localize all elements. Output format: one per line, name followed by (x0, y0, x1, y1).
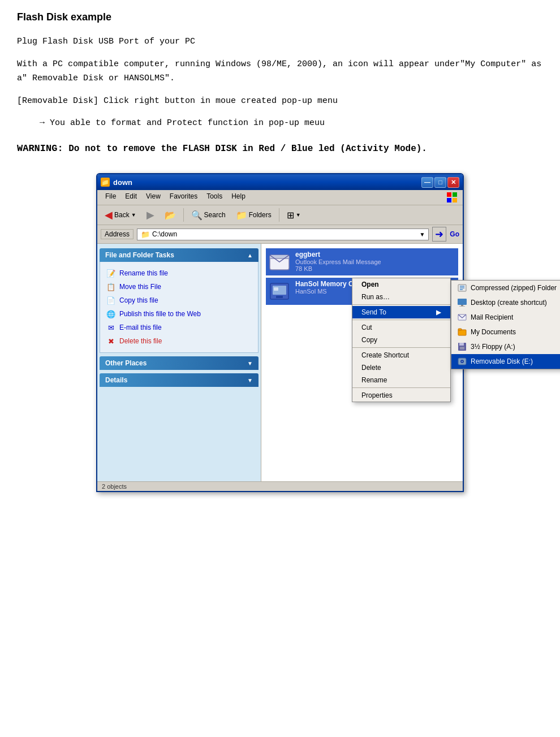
other-places-arrow: ▼ (247, 360, 253, 367)
rename-file-item[interactable]: 📝 Rename this file (106, 266, 252, 280)
file-icon-eggbert (268, 251, 291, 273)
sub-mydocs[interactable]: My Documents (451, 325, 560, 339)
svg-point-26 (462, 361, 463, 362)
move-label: Move this File (119, 283, 161, 291)
delete-icon: ✖ (106, 336, 116, 346)
email-file-item[interactable]: ✉ E-mail this file (106, 321, 252, 334)
svg-rect-16 (461, 305, 463, 306)
copy-file-item[interactable]: 📄 Copy this file (106, 294, 252, 307)
sub-desktop[interactable]: Desktop (create shortcut) (451, 295, 560, 310)
address-dropdown-icon[interactable]: ▼ (419, 231, 425, 238)
delete-file-item[interactable]: ✖ Delete this file (106, 334, 252, 348)
title-bar-left: 📁 down (101, 178, 132, 187)
publish-label: Publish this fille to the Web (119, 310, 201, 318)
toolbar: ◀ Back ▼ ▶ 📂 🔍 Search 📁 Folders ⊞ (97, 205, 463, 225)
title-buttons: — □ ✕ (421, 177, 459, 188)
window-title: down (113, 178, 132, 187)
details-label: Details (105, 376, 127, 384)
sub-mail[interactable]: Mail Recipient (451, 310, 560, 325)
details-header[interactable]: Details ▼ (100, 373, 259, 387)
sub-compressed-label: Compressed (zipped) Folder (471, 284, 557, 292)
ctx-rename[interactable]: Rename (352, 374, 450, 386)
explorer-body: File and Folder Tasks ▲ 📝 Rename this fi… (97, 244, 463, 481)
right-panel: eggbert Outlook Express Mail Message 78 … (261, 244, 463, 481)
views-dropdown-icon[interactable]: ▼ (296, 212, 301, 218)
menu-tools[interactable]: Tools (203, 191, 226, 204)
other-places-section: Other Places ▼ (97, 356, 261, 370)
page-title: Flash Disk example (17, 11, 543, 23)
file-folder-tasks-content: 📝 Rename this file 📋 Move this File 📄 Co… (100, 262, 259, 353)
up-icon: 📂 (165, 210, 176, 221)
rename-icon: 📝 (106, 268, 116, 278)
title-folder-icon: 📁 (101, 178, 110, 187)
views-button[interactable]: ⊞ ▼ (283, 208, 305, 222)
folders-label: Folders (249, 211, 272, 219)
sub-desktop-label: Desktop (create shortcut) (471, 299, 547, 307)
file-item-eggbert[interactable]: eggbert Outlook Express Mail Message 78 … (266, 248, 458, 275)
file-folder-tasks-header[interactable]: File and Folder Tasks ▲ (100, 248, 259, 262)
maximize-button[interactable]: □ (434, 177, 446, 188)
up-button[interactable]: 📂 (161, 208, 180, 222)
folders-button[interactable]: 📁 Folders (232, 208, 275, 222)
other-places-label: Other Places (105, 359, 147, 367)
explorer-window: 📁 down — □ ✕ File Edit View Favorites To… (96, 173, 464, 492)
email-icon: ✉ (106, 322, 116, 333)
ctx-open[interactable]: Open (352, 278, 450, 291)
address-go-arrow[interactable]: ➜ (432, 227, 446, 242)
search-icon: 🔍 (191, 210, 203, 221)
forward-button[interactable]: ▶ (143, 207, 158, 223)
file-folder-tasks-arrow: ▲ (247, 252, 253, 258)
ctx-sep-1 (352, 304, 450, 305)
back-dropdown-icon[interactable]: ▼ (131, 212, 136, 218)
email-label: E-mail this file (119, 324, 162, 331)
go-label[interactable]: Go (450, 230, 459, 238)
menu-bar: File Edit View Favorites Tools Help (97, 190, 463, 205)
ctx-delete[interactable]: Delete (352, 361, 450, 374)
ctx-properties[interactable]: Properties (352, 389, 450, 402)
ctx-cut[interactable]: Cut (352, 321, 450, 334)
svg-rect-9 (276, 296, 283, 298)
views-icon: ⊞ (287, 210, 294, 221)
file-desc-eggbert: Outlook Express Mail Message (295, 258, 381, 265)
copy-icon: 📄 (106, 295, 116, 305)
sub-mydocs-icon (457, 327, 467, 337)
menu-help[interactable]: Help (228, 191, 249, 204)
other-places-header[interactable]: Other Places ▼ (100, 356, 259, 370)
menu-edit[interactable]: Edit (122, 191, 140, 204)
ctx-runas[interactable]: Run as… (352, 291, 450, 303)
windows-logo (446, 191, 458, 204)
search-button[interactable]: 🔍 Search (187, 208, 230, 222)
left-panel: File and Folder Tasks ▲ 📝 Rename this fi… (97, 244, 261, 481)
address-input-container[interactable]: 📁 C:\down ▼ (137, 229, 429, 240)
rename-label: Rename this file (119, 269, 168, 277)
move-file-item[interactable]: 📋 Move this File (106, 280, 252, 294)
ctx-sendto[interactable]: Send To ▶ (352, 306, 450, 318)
ctx-create-shortcut[interactable]: Create Shortcut (352, 349, 450, 361)
sub-desktop-icon (457, 298, 467, 308)
menu-view[interactable]: View (143, 191, 164, 204)
svg-rect-3 (453, 198, 457, 202)
menu-file[interactable]: File (102, 191, 119, 204)
page-content: Flash Disk example Plug Flash Disk USB P… (17, 11, 543, 492)
ctx-copy[interactable]: Copy (352, 334, 450, 346)
warning-body: Do not to remove the FLASH DISK in Red /… (63, 144, 427, 154)
status-text: 2 objects (102, 483, 127, 490)
paragraph-1: Plug Flash Disk USB Port of your PC (17, 35, 543, 49)
sub-removable[interactable]: Removable Disk (E:) (451, 354, 560, 369)
menu-favorites[interactable]: Favorites (166, 191, 201, 204)
sub-compressed[interactable]: Compressed (zipped) Folder (451, 281, 560, 295)
toolbar-sep-2 (279, 208, 279, 222)
sub-floppy-label: 3½ Floppy (A:) (471, 343, 515, 351)
ctx-sep-3 (352, 347, 450, 348)
file-size-eggbert: 78 KB (295, 265, 381, 272)
paragraph-3b: → You able to format and Protect functio… (40, 116, 543, 131)
publish-file-item[interactable]: 🌐 Publish this fille to the Web (106, 307, 252, 321)
warning-paragraph: WARNING: Do not to remove the FLASH DISK… (17, 141, 543, 157)
minimize-button[interactable]: — (421, 177, 433, 188)
sub-mail-icon (457, 312, 467, 322)
back-button[interactable]: ◀ Back ▼ (101, 207, 140, 223)
folders-icon: 📁 (236, 210, 247, 221)
address-value: C:\down (152, 230, 177, 238)
sub-floppy[interactable]: 3½ Floppy (A:) (451, 339, 560, 354)
close-button[interactable]: ✕ (447, 177, 459, 188)
